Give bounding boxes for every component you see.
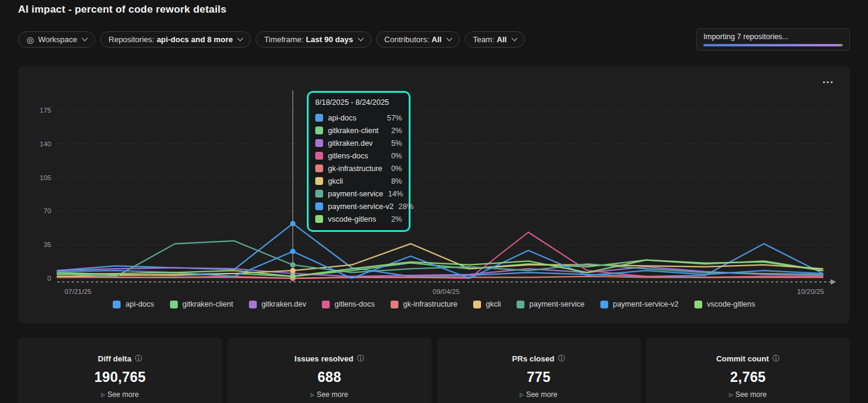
filter-value: All [432,35,442,44]
series-swatch [170,301,178,308]
import-progress-fill [703,44,838,46]
info-icon[interactable]: ⓘ [558,354,565,364]
import-progress-bar [703,44,843,46]
series-swatch [249,301,257,308]
tooltip-series-name: gkcli [328,177,386,186]
legend-item-vscode-gitlens[interactable]: vscode-gitlens [694,300,755,308]
filter-pill-repositories[interactable]: Repositories:api-docs and 8 more [100,31,251,48]
filter-label: Contributors:All [385,35,442,44]
series-swatch [315,177,323,185]
stat-card-diff-delta: Diff deltaⓘ190,765▷See more [18,337,222,403]
series-swatch [315,164,323,172]
filter-label: Repositories:api-docs and 8 more [108,35,233,44]
filter-value: All [497,35,507,44]
tooltip-series-value: 0% [391,164,402,173]
legend-label: gitkraken.dev [262,300,306,308]
triangle-right-icon: ▷ [520,392,524,398]
see-more-label: See more [526,390,558,399]
svg-text:10/20/25: 10/20/25 [797,288,824,295]
stat-value: 775 [437,369,641,386]
svg-text:140: 140 [40,140,51,148]
stat-card-commit-count: Commit countⓘ2,765▷See more [646,337,850,403]
filter-pill-timeframe[interactable]: Timeframe:Last 90 days [256,31,371,48]
tooltip-row: api-docs57% [315,111,402,124]
stat-label: Issues resolved [295,354,354,363]
tooltip-series-name: gitlens-docs [328,152,386,160]
tooltip-series-name: payment-service-v2 [328,202,394,211]
filter-pill-workspace[interactable]: ◎Workspace [18,31,95,48]
filter-bar: ◎WorkspaceRepositories:api-docs and 8 mo… [18,31,525,48]
tooltip-row: gkcli8% [315,175,402,187]
tooltip-series-value: 0% [391,152,402,160]
stat-card-prs-closed: PRs closedⓘ775▷See more [437,337,641,403]
triangle-right-icon: ▷ [729,392,733,398]
tooltip-series-name: vscode-gitlens [328,215,386,223]
legend-item-gk-infrastructure[interactable]: gk-infrastructure [391,300,458,308]
svg-text:09/04/25: 09/04/25 [433,288,460,295]
see-more-link[interactable]: ▷See more [310,390,348,399]
stat-label-row: Diff deltaⓘ [18,354,222,364]
legend-label: gitlens-docs [335,300,375,308]
stat-label: Commit count [716,354,769,363]
tooltip-series-value: 14% [388,190,403,198]
legend-label: api-docs [125,300,154,308]
tooltip-series-name: gk-infrastructure [328,164,386,173]
svg-text:105: 105 [40,174,51,181]
filter-label: Team:All [473,35,507,44]
filter-label: Workspace [38,35,77,44]
triangle-right-icon: ▷ [310,392,314,398]
tooltip-series-value: 2% [391,127,402,135]
stat-label-row: PRs closedⓘ [437,354,641,364]
info-icon[interactable]: ⓘ [135,354,142,364]
see-more-link[interactable]: ▷See more [729,390,767,399]
tooltip-series-name: gitkraken.dev [328,139,386,148]
series-swatch [315,202,323,210]
tooltip-date-range: 8/18/2025 - 8/24/2025 [315,98,402,107]
legend-item-gitkraken-client[interactable]: gitkraken-client [170,300,233,308]
stat-label: Diff delta [98,354,131,363]
tooltip-series-value: 28% [398,202,414,211]
chevron-down-icon [446,36,452,42]
chart-legend: api-docsgitkraken-clientgitkraken.devgit… [18,300,850,308]
legend-label: gkcli [486,300,501,308]
legend-item-payment-service[interactable]: payment-service [517,300,585,308]
tooltip-series-value: 2% [391,215,402,223]
tooltip-series-name: gitkraken-client [328,127,386,135]
series-swatch [391,301,398,308]
page-title: AI impact - percent of code rework detai… [18,4,227,16]
info-icon[interactable]: ⓘ [357,354,364,364]
legend-label: payment-service-v2 [613,300,679,308]
series-swatch [517,301,524,308]
chevron-down-icon [82,36,88,42]
series-swatch [473,301,481,308]
triangle-right-icon: ▷ [101,392,105,398]
tooltip-row: gitlens-docs0% [315,149,402,162]
tooltip-series-name: api-docs [328,114,382,122]
see-more-label: See more [316,390,348,399]
legend-item-api-docs[interactable]: api-docs [113,300,154,308]
chevron-down-icon [511,36,517,42]
import-status-box: Importing 7 repositories... [696,28,850,51]
filter-pill-contributors[interactable]: Contributors:All [376,31,460,48]
dashboard-page: AI impact - percent of code rework detai… [0,0,868,403]
series-swatch [322,301,330,308]
stat-card-issues-resolved: Issues resolvedⓘ688▷See more [227,337,431,403]
see-more-link[interactable]: ▷See more [520,390,558,399]
legend-item-gitkraken.dev[interactable]: gitkraken.dev [249,300,306,308]
legend-item-gitlens-docs[interactable]: gitlens-docs [322,300,375,308]
info-icon[interactable]: ⓘ [773,354,780,364]
tooltip-rows: api-docs57%gitkraken-client2%gitkraken.d… [315,111,402,225]
svg-text:0: 0 [48,275,51,282]
legend-item-payment-service-v2[interactable]: payment-service-v2 [600,300,679,308]
stat-label-row: Issues resolvedⓘ [227,354,431,364]
tooltip-row: payment-service-v228% [315,200,402,213]
tooltip-row: payment-service14% [315,187,402,200]
see-more-link[interactable]: ▷See more [101,390,139,399]
chevron-down-icon [237,36,244,42]
legend-label: payment-service [529,300,585,308]
legend-label: gitkraken-client [183,300,233,308]
series-swatch [694,301,702,308]
filter-pill-team[interactable]: Team:All [465,31,525,48]
series-swatch [315,127,323,134]
legend-item-gkcli[interactable]: gkcli [473,300,501,308]
